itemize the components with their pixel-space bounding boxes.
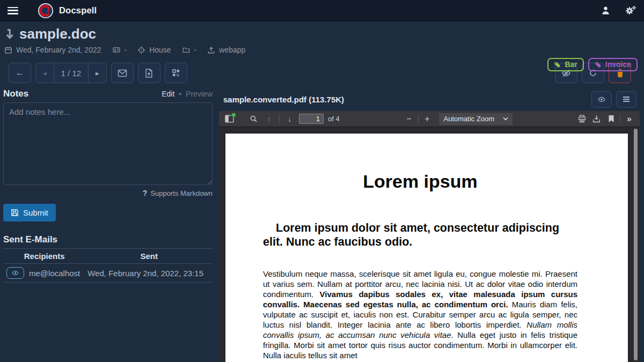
app-brand[interactable]: Docspell bbox=[38, 3, 97, 19]
sent-emails-table: Recipients Sent me@localhostWed, Februar… bbox=[3, 248, 213, 283]
menu-bars-icon bbox=[623, 96, 630, 102]
pdf-toolbar: ↑ ↓ of 4 − + Automatic Zoom bbox=[219, 111, 640, 127]
pdf-document-heading: Lorem ipsum dolor sit amet, consectetur … bbox=[263, 221, 577, 249]
document-title: sample.doc bbox=[19, 26, 96, 42]
qr-code-button[interactable] bbox=[165, 63, 187, 83]
user-account-icon[interactable] bbox=[601, 5, 611, 16]
left-sidebar: Notes Edit • Preview ?Supports Markdown … bbox=[0, 87, 215, 362]
pdf-bookmark-button[interactable] bbox=[604, 113, 618, 125]
pdf-sidebar-toggle-button[interactable] bbox=[222, 113, 237, 125]
tag-invoice[interactable]: Invoice bbox=[588, 58, 638, 71]
tag-bar[interactable]: Bar bbox=[547, 58, 583, 71]
file-upload-icon bbox=[145, 69, 153, 78]
attachment-file-name: sample.converted.pdf (113.75K) bbox=[223, 95, 344, 104]
top-navbar: Docspell bbox=[0, 0, 644, 21]
back-button[interactable]: ← bbox=[9, 63, 31, 83]
concerning-value: House bbox=[149, 46, 171, 54]
pdf-paragraph: Vestibulum neque massa, scelerisque sit … bbox=[263, 269, 577, 360]
attachment-header: sample.converted.pdf (113.75K) bbox=[215, 87, 644, 111]
envelope-icon bbox=[118, 69, 127, 77]
docspell-logo bbox=[38, 3, 54, 19]
pdf-frame: ↑ ↓ of 4 − + Automatic Zoom bbox=[219, 111, 640, 362]
pdf-print-button[interactable] bbox=[575, 113, 589, 125]
chevron-down-icon bbox=[503, 117, 508, 121]
notes-textarea[interactable] bbox=[3, 102, 213, 185]
email-recipient: me@localhost bbox=[27, 264, 85, 283]
tags-row: BarInvoice bbox=[547, 58, 638, 71]
pdf-page-up-button[interactable]: ↑ bbox=[262, 113, 276, 125]
pdf-page: Lorem ipsum Lorem ipsum dolor sit amet, … bbox=[225, 134, 628, 362]
source-value: webapp bbox=[219, 46, 245, 54]
correspondent-card-icon bbox=[112, 46, 121, 54]
email-sent-date: Wed, February 2nd, 2022, 23:15 bbox=[85, 264, 213, 283]
sent-emails-heading: Sent E-Mails bbox=[3, 234, 213, 245]
submit-notes-button[interactable]: Submit bbox=[3, 204, 56, 221]
pdf-document-title: Lorem ipsum bbox=[263, 171, 577, 192]
app-title: Docspell bbox=[59, 5, 97, 16]
calendar-icon bbox=[4, 46, 12, 54]
pager-group: ◂ 1 / 12 ▸ bbox=[35, 63, 107, 83]
tag-label: Bar bbox=[565, 60, 577, 69]
document-meta: Wed, February 2nd, 2022 - House - webapp bbox=[4, 46, 638, 54]
sent-emails-body: me@localhostWed, February 2nd, 2022, 23:… bbox=[3, 264, 213, 283]
prev-item-button[interactable]: ◂ bbox=[36, 63, 54, 83]
attachment-view-button[interactable] bbox=[591, 91, 612, 108]
folder-value: - bbox=[194, 46, 197, 54]
app-root: Docspell bbox=[0, 0, 644, 362]
pdf-download-button[interactable] bbox=[589, 113, 604, 125]
upload-source-icon bbox=[207, 46, 215, 54]
tag-icon bbox=[554, 61, 561, 68]
settings-gears-icon[interactable] bbox=[625, 5, 636, 16]
view-email-button[interactable] bbox=[6, 267, 24, 279]
hamburger-menu-icon[interactable] bbox=[8, 7, 18, 14]
notes-preview-link[interactable]: Preview bbox=[186, 90, 213, 98]
column-sent: Sent bbox=[85, 249, 213, 264]
add-files-button[interactable] bbox=[138, 63, 160, 83]
notes-edit-link[interactable]: Edit bbox=[162, 90, 174, 98]
pdf-zoom-out-button[interactable]: − bbox=[402, 113, 416, 125]
next-item-button[interactable]: ▸ bbox=[89, 63, 106, 83]
download-arrow-icon bbox=[4, 28, 15, 40]
document-date: Wed, February 2nd, 2022 bbox=[16, 46, 101, 54]
sent-email-row: me@localhostWed, February 2nd, 2022, 23:… bbox=[3, 264, 213, 283]
folder-icon bbox=[182, 46, 191, 54]
back-arrow-icon: ← bbox=[16, 68, 25, 78]
tag-icon bbox=[595, 61, 602, 68]
question-icon: ? bbox=[143, 189, 148, 197]
tag-label: Invoice bbox=[605, 60, 631, 69]
item-toolbar: ← ◂ 1 / 12 ▸ bbox=[4, 63, 638, 83]
document-header: sample.doc Wed, February 2nd, 2022 - Hou… bbox=[0, 21, 644, 83]
pdf-page-total: of 4 bbox=[328, 115, 340, 123]
send-mail-button[interactable] bbox=[111, 63, 134, 83]
qr-code-icon bbox=[172, 69, 180, 77]
notes-heading: Notes bbox=[3, 88, 28, 99]
pdf-zoom-select[interactable]: Automatic Zoom bbox=[439, 113, 513, 125]
sidebar-notification-dot bbox=[231, 113, 236, 117]
attachment-menu-button[interactable] bbox=[616, 91, 636, 108]
pdf-zoom-in-button[interactable]: + bbox=[420, 113, 435, 125]
pdf-scrollbar-thumb[interactable] bbox=[634, 129, 638, 360]
column-recipients: Recipients bbox=[3, 249, 85, 264]
save-floppy-icon bbox=[11, 209, 19, 217]
eye-icon bbox=[597, 96, 606, 103]
pdf-search-button[interactable] bbox=[246, 113, 261, 125]
zoom-select-value: Automatic Zoom bbox=[444, 115, 495, 123]
markdown-hint: ?Supports Markdown bbox=[3, 189, 213, 197]
pdf-toolbar-expand-button[interactable]: » bbox=[622, 113, 636, 125]
notes-link-separator: • bbox=[179, 90, 181, 98]
eye-icon bbox=[11, 270, 19, 276]
pdf-scrollbar bbox=[634, 129, 638, 360]
pdf-page-input[interactable] bbox=[299, 114, 324, 124]
submit-label: Submit bbox=[23, 208, 48, 217]
attachment-panel: sample.converted.pdf (113.75K) bbox=[215, 87, 644, 362]
pdf-page-down-button[interactable]: ↓ bbox=[282, 113, 297, 125]
concerning-crosshair-icon bbox=[137, 46, 145, 54]
pager-label: 1 / 12 bbox=[54, 63, 89, 83]
correspondent-value: - bbox=[125, 46, 127, 54]
pdf-viewer: Lorem ipsum Lorem ipsum dolor sit amet, … bbox=[219, 127, 640, 362]
